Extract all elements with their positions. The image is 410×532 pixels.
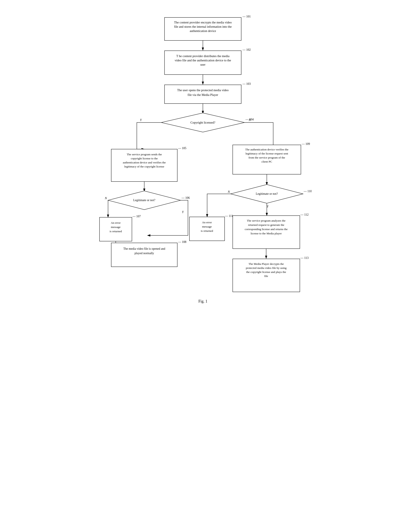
label-111-l3: is returned — [201, 229, 213, 232]
ref-102: — 102 — [242, 48, 251, 51]
fig-label: Fig. 1 — [198, 299, 207, 304]
label-102-l2: video file and the authentication device… — [175, 59, 231, 62]
ref-101: — 101 — [242, 15, 251, 18]
label-101-l3: authentication device — [190, 29, 216, 33]
label-111-l1: An error — [202, 221, 212, 224]
label-104: Copyright licensed? — [191, 121, 215, 124]
box-107 — [100, 217, 132, 241]
n-label-110: N — [228, 190, 230, 193]
label-101-l2: file and stores the internal information… — [174, 25, 232, 28]
label-101-l1: The content provider encrypts the media … — [174, 21, 232, 24]
box-111 — [190, 217, 225, 241]
label-105-l1: The service program sends the — [127, 153, 162, 156]
ref-108: — 108 — [178, 240, 186, 244]
label-103-l2: file via the Media Player — [188, 93, 218, 96]
label-112-l2: returned request to generate the — [248, 223, 284, 227]
label-109-l4: client PC — [261, 160, 272, 163]
label-110: Legitimate or not? — [256, 192, 278, 195]
ref-110: — 110 — [304, 190, 312, 193]
flowchart-final: The content provider encrypts the media … — [98, 9, 312, 516]
ref-107: — 107 — [132, 215, 141, 218]
n-label-106: N — [105, 197, 107, 200]
label-113-l4: file — [264, 275, 268, 278]
n-label-104: N — [248, 118, 251, 122]
label-109-l2: legitimacy of the license request sent — [246, 152, 288, 155]
label-107-l3: is returned — [110, 230, 122, 233]
label-109-l3: from the service program of the — [248, 156, 285, 159]
ref-109: — 109 — [302, 142, 310, 145]
label-112-l4: license to the Media player — [251, 232, 282, 235]
label-112-l1: The service program analyzes the — [247, 219, 285, 222]
label-113-l2: protected media video file by using — [246, 266, 287, 269]
diagram-container: The content provider encrypts the media … — [0, 0, 410, 532]
label-113-l3: the copyright license and plays the — [246, 270, 286, 274]
label-105-l4: legitimacy of the copyright license — [124, 165, 164, 168]
label-107-l1: An error — [111, 221, 121, 224]
ref-103: — 103 — [242, 82, 251, 86]
box-108 — [111, 243, 177, 267]
label-111-l2: message — [202, 225, 212, 228]
ref-112: — 112 — [300, 213, 309, 216]
ref-106: — 106 — [181, 196, 190, 200]
label-107-l2: message — [111, 225, 121, 228]
label-109-l1: The authentication device verifies the — [245, 148, 288, 151]
ref-113: — 113 — [300, 256, 309, 259]
ref-105: — 105 — [178, 147, 186, 150]
label-108-l2: played normally — [134, 252, 154, 255]
label-113-l1: The Media Player decrypts the — [248, 262, 284, 266]
label-102-l3: user — [200, 63, 205, 66]
label-106: Legitimate or not? — [133, 199, 155, 202]
label-112-l3: corresponding license and returns the — [245, 228, 288, 231]
label-103-l1: The user opens the protected media video — [177, 88, 229, 92]
label-105-l2: copyright license to the — [131, 157, 158, 160]
label-105-l3: authentication device and verifies the — [123, 161, 166, 164]
label-108-l1: The media video file is opened and — [123, 247, 165, 250]
label-102-l1: T he content provider distributes the me… — [176, 54, 229, 58]
ref-111: — 111 — [225, 214, 233, 218]
